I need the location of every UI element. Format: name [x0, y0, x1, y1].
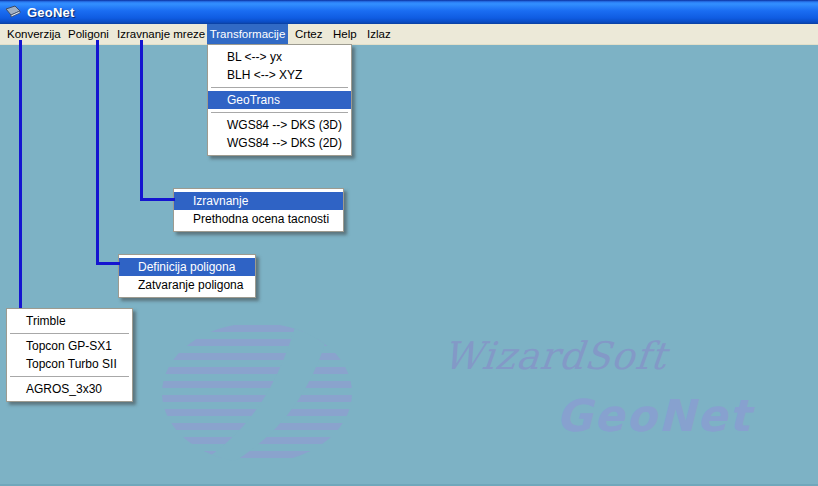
menu-crtez[interactable]: Crtez	[290, 24, 327, 44]
menuitem-topcon-turbo-sii[interactable]: Topcon Turbo SII	[7, 355, 132, 373]
connector-poligoni-horizontal	[96, 262, 120, 265]
window-title: GeoNet	[27, 5, 74, 20]
menu-poligoni[interactable]: Poligoni	[63, 24, 114, 44]
watermark-wizardsoft: WizardSoft	[441, 334, 670, 378]
globe-stripes-logo	[160, 322, 355, 464]
menuitem-bl-yx[interactable]: BL <--> yx	[208, 48, 351, 66]
menu-help[interactable]: Help	[328, 24, 362, 44]
menu-transformacije-dropdown: BL <--> yx BLH <--> XYZ GeoTrans WGS84 -…	[207, 44, 352, 156]
menuitem-topcon-gp-sx1[interactable]: Topcon GP-SX1	[7, 337, 132, 355]
menu-izlaz[interactable]: Izlaz	[362, 24, 396, 44]
menuitem-trimble[interactable]: Trimble	[7, 312, 132, 330]
menu-konverzija[interactable]: Konverzija	[2, 24, 66, 44]
menu-separator	[211, 87, 348, 88]
menuitem-prethodna-ocena[interactable]: Prethodna ocena tacnosti	[174, 210, 343, 228]
menuitem-wgs84-dks-2d[interactable]: WGS84 --> DKS (2D)	[208, 134, 351, 152]
connector-izravnanje-horizontal	[140, 198, 175, 201]
menu-poligoni-dropdown: Definicija poligona Zatvaranje poligona	[118, 254, 256, 298]
menuitem-izravnanje[interactable]: Izravnanje	[174, 192, 343, 210]
menu-izravnanje-mreze[interactable]: Izravnanje mreze	[112, 24, 210, 44]
menuitem-blh-xyz[interactable]: BLH <--> XYZ	[208, 66, 351, 84]
watermark-geonet: GeoNet	[556, 390, 752, 441]
menu-konverzija-dropdown: Trimble Topcon GP-SX1 Topcon Turbo SII A…	[6, 308, 133, 402]
menu-separator	[10, 333, 129, 334]
menu-separator	[10, 376, 129, 377]
menu-transformacije[interactable]: Transformacije	[207, 24, 288, 44]
menu-izravnanje-dropdown: Izravnanje Prethodna ocena tacnosti	[173, 188, 344, 232]
menu-bar: Konverzija Poligoni Izravnanje mreze Tra…	[0, 24, 818, 45]
menuitem-agros-3x30[interactable]: AGROS_3x30	[7, 380, 132, 398]
menuitem-wgs84-dks-3d[interactable]: WGS84 --> DKS (3D)	[208, 116, 351, 134]
connector-poligoni-vertical	[96, 40, 99, 265]
geonet-window: GeoNet Konverzija Poligoni Izravnanje mr…	[0, 0, 818, 486]
menuitem-zatvaranje-poligona[interactable]: Zatvaranje poligona	[119, 276, 255, 294]
connector-izravnanje-vertical	[140, 40, 143, 201]
app-icon[interactable]	[5, 4, 21, 20]
connector-konverzija-vertical	[19, 40, 22, 308]
menuitem-definicija-poligona[interactable]: Definicija poligona	[119, 258, 255, 276]
title-bar[interactable]: GeoNet	[0, 0, 818, 24]
menuitem-geotrans[interactable]: GeoTrans	[208, 91, 351, 109]
menu-separator	[211, 112, 348, 113]
